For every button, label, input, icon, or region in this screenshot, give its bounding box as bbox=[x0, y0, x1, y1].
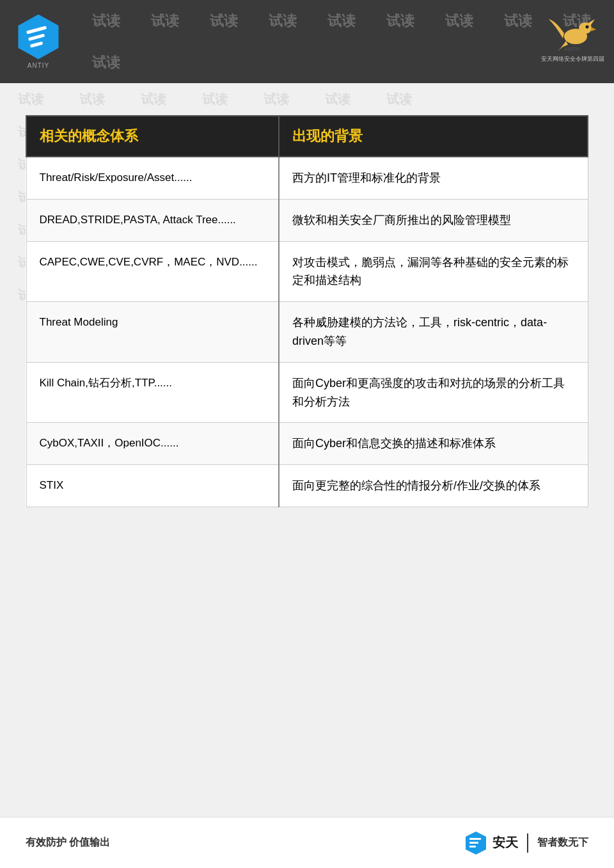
concept-table: 相关的概念体系 出现的背景 Threat/Risk/Exposure/Asset… bbox=[26, 115, 588, 507]
table-cell-col1-1: DREAD,STRIDE,PASTA, Attack Tree...... bbox=[26, 199, 279, 241]
table-header-row: 相关的概念体系 出现的背景 bbox=[26, 116, 588, 157]
table-cell-col1-3: Threat Modeling bbox=[26, 302, 279, 363]
table-cell-col2-5: 面向Cyber和信息交换的描述和标准体系 bbox=[279, 423, 588, 465]
svg-point-3 bbox=[586, 25, 589, 28]
logo-hexagon bbox=[16, 15, 61, 59]
top-right-logo: ANTIY 安天网络安全令牌第四届 bbox=[537, 6, 608, 70]
footer-eagle-icon bbox=[463, 830, 489, 856]
col2-header: 出现的背景 bbox=[279, 116, 588, 157]
logo-line-2 bbox=[28, 33, 45, 41]
table-row: Threat/Risk/Exposure/Asset......西方的IT管理和… bbox=[26, 157, 588, 199]
table-cell-col2-2: 对攻击模式，脆弱点，漏洞等各种基础的安全元素的标定和描述结构 bbox=[279, 241, 588, 302]
watermark-6: 试读 bbox=[371, 5, 430, 37]
col1-header: 相关的概念体系 bbox=[26, 116, 279, 157]
table-row: Kill Chain,钻石分析,TTP......面向Cyber和更高强度的攻击… bbox=[26, 362, 588, 423]
watermark-3: 试读 bbox=[194, 5, 253, 37]
table-cell-col1-5: CybOX,TAXII，OpenIOC...... bbox=[26, 423, 279, 465]
watermark-10: 试读 bbox=[77, 47, 136, 79]
table-cell-col1-0: Threat/Risk/Exposure/Asset...... bbox=[26, 157, 279, 199]
logo-line-3 bbox=[30, 42, 43, 48]
watermark-4: 试读 bbox=[253, 5, 312, 37]
watermark-2: 试读 bbox=[136, 5, 194, 37]
table-cell-col2-0: 西方的IT管理和标准化的背景 bbox=[279, 157, 588, 199]
table-row: CAPEC,CWE,CVE,CVRF，MAEC，NVD......对攻击模式，脆… bbox=[26, 241, 588, 302]
svg-rect-8 bbox=[469, 846, 476, 848]
footer-antiy-label: 安天 bbox=[492, 834, 518, 851]
table-cell-col1-6: STIX bbox=[26, 465, 279, 507]
table-cell-col1-4: Kill Chain,钻石分析,TTP...... bbox=[26, 362, 279, 423]
watermark-1: 试读 bbox=[77, 5, 136, 37]
eagle-icon: ANTIY bbox=[544, 14, 601, 52]
svg-rect-6 bbox=[469, 838, 481, 840]
logo-line-1 bbox=[26, 26, 47, 34]
table-cell-col2-3: 各种威胁建模的方法论，工具，risk-centric，data-driven等等 bbox=[279, 302, 588, 363]
main-content: 相关的概念体系 出现的背景 Threat/Risk/Exposure/Asset… bbox=[0, 83, 614, 546]
logo-text: ANTIY bbox=[28, 62, 49, 69]
footer-left-text: 有效防护 价值输出 bbox=[26, 836, 110, 849]
table-row: STIX面向更完整的综合性的情报分析/作业/交换的体系 bbox=[26, 465, 588, 507]
footer-slogan-text: 智者数无下 bbox=[537, 836, 588, 849]
table-cell-col2-1: 微软和相关安全厂商所推出的风险管理模型 bbox=[279, 199, 588, 241]
svg-marker-2 bbox=[591, 27, 596, 31]
top-right-subtitle: 安天网络安全令牌第四届 bbox=[541, 55, 604, 63]
svg-rect-7 bbox=[469, 842, 478, 844]
logo-lines bbox=[26, 26, 51, 47]
table-body: Threat/Risk/Exposure/Asset......西方的IT管理和… bbox=[26, 157, 588, 507]
table-row: CybOX,TAXII，OpenIOC......面向Cyber和信息交换的描述… bbox=[26, 423, 588, 465]
table-cell-col2-4: 面向Cyber和更高强度的攻击和对抗的场景的分析工具和分析方法 bbox=[279, 362, 588, 423]
logo-box: ANTIY bbox=[0, 0, 77, 83]
watermark-7: 试读 bbox=[430, 5, 489, 37]
footer: 有效防护 价值输出 安天 智者数无下 bbox=[0, 817, 614, 868]
table-row: Threat Modeling各种威胁建模的方法论，工具，risk-centri… bbox=[26, 302, 588, 363]
footer-right: 安天 智者数无下 bbox=[463, 830, 588, 856]
table-row: DREAD,STRIDE,PASTA, Attack Tree......微软和… bbox=[26, 199, 588, 241]
footer-divider bbox=[527, 833, 528, 853]
watermark-5: 试读 bbox=[312, 5, 371, 37]
svg-text:ANTIY: ANTIY bbox=[564, 46, 581, 52]
table-cell-col2-6: 面向更完整的综合性的情报分析/作业/交换的体系 bbox=[279, 465, 588, 507]
table-cell-col1-2: CAPEC,CWE,CVE,CVRF，MAEC，NVD...... bbox=[26, 241, 279, 302]
footer-logo: 安天 bbox=[463, 830, 518, 856]
header-watermarks: 试读 试读 试读 试读 试读 试读 试读 试读 试读 试读 bbox=[77, 0, 614, 83]
header: ANTIY 试读 试读 试读 试读 试读 试读 试读 试读 试读 试读 bbox=[0, 0, 614, 83]
